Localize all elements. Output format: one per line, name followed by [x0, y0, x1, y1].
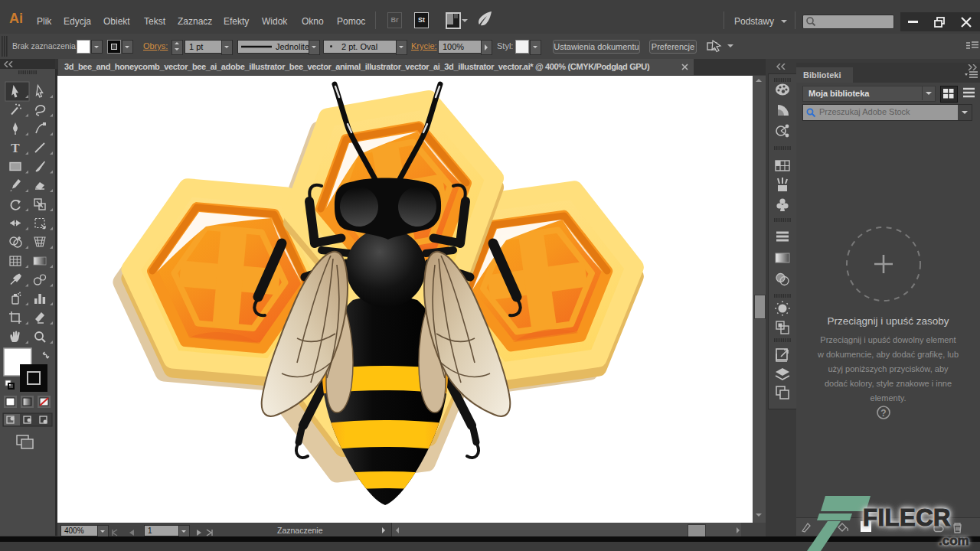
svg-text:?: ? [880, 408, 886, 419]
svg-text:T: T [11, 141, 20, 155]
